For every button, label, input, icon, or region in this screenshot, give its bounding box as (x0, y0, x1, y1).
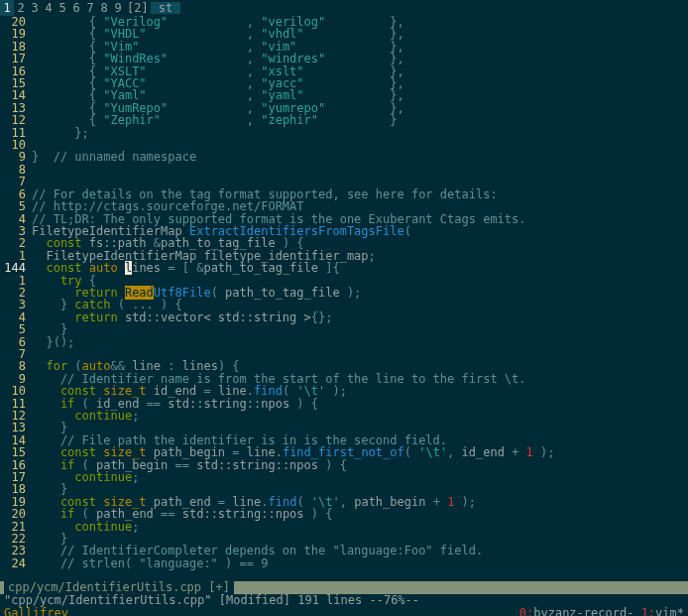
line-number: 6 (0, 336, 32, 348)
workspace-3[interactable]: 3 (28, 0, 42, 16)
line-number: 2 (0, 237, 32, 249)
code-line[interactable]: 144 const auto lines = [ &path_to_tag_fi… (0, 262, 688, 274)
workspace-9[interactable]: 9 (111, 0, 125, 16)
tabline[interactable]: cpp/ycm/IdentifierUtils.cpp [+] (0, 581, 688, 594)
line-number: 1 (0, 275, 32, 287)
line-number: 144 (0, 262, 32, 274)
line-number: 3 (0, 225, 32, 237)
line-number: 23 (0, 545, 32, 556)
workspace-1[interactable]: 1 (0, 0, 14, 16)
line-number: 3 (0, 299, 32, 310)
line-number: 10 (0, 139, 32, 151)
code-line[interactable]: 21 continue; (0, 521, 688, 533)
line-number: 4 (0, 213, 32, 225)
code-line[interactable]: 24 // strlen( "language:" ) == 9 (0, 557, 688, 569)
line-number: 12 (0, 114, 32, 126)
line-number: 10 (0, 385, 32, 397)
code-line[interactable]: 12 continue; (0, 410, 688, 422)
line-number: 7 (0, 348, 32, 360)
tmux-host: Gallifrey (4, 607, 68, 616)
editor-viewport[interactable]: 20 { "Verilog" , "verilog" },19 { "VHDL"… (0, 16, 688, 581)
line-number: 18 (0, 483, 32, 495)
line-number: 8 (0, 164, 32, 176)
line-number: 6 (0, 188, 32, 200)
workspace-7[interactable]: 7 (83, 0, 97, 16)
line-number: 15 (0, 446, 32, 458)
line-number: 14 (0, 89, 32, 101)
line-number: 2 (0, 287, 32, 299)
workspace-bar: 1 2 3 4 5 6 7 8 9 [2] st (0, 0, 688, 16)
workspace-8[interactable]: 8 (97, 0, 111, 16)
tabline-file[interactable]: cpp/ycm/IdentifierUtils.cpp [+] (4, 581, 234, 593)
window-title: st (151, 2, 180, 14)
workspace-6[interactable]: 6 (69, 0, 83, 16)
code-line[interactable]: 6 }(); (0, 336, 688, 348)
code-line[interactable]: 12 { "Zephir" , "zephir" } (0, 114, 688, 126)
code-content: return std::vector< std::string >{}; (32, 311, 332, 323)
line-number: 24 (0, 557, 32, 569)
code-line[interactable]: 11 }; (0, 127, 688, 139)
line-number: 20 (0, 508, 32, 520)
code-content: } // unnamed namespace (32, 151, 196, 163)
code-line[interactable]: 4 return std::vector< std::string >{}; (0, 311, 688, 323)
code-content: }; (32, 127, 89, 139)
code-line[interactable]: 8 (0, 164, 688, 176)
code-line[interactable]: 17 continue; (0, 471, 688, 483)
code-content: // strlen( "language:" ) == 9 (32, 557, 268, 569)
line-number: 19 (0, 28, 32, 40)
line-number: 13 (0, 422, 32, 433)
tmux-status-line: Gallifrey 0:byzanz-record- 1:vim* (0, 607, 688, 616)
line-number: 8 (0, 360, 32, 372)
code-content: }(); (32, 336, 74, 348)
line-number: 9 (0, 151, 32, 163)
workspace-4[interactable]: 4 (42, 0, 56, 16)
workspace-2[interactable]: 2 (14, 0, 28, 16)
line-number: 5 (0, 323, 32, 335)
workspace-5[interactable]: 5 (56, 0, 69, 16)
code-line[interactable]: 5 } (0, 323, 688, 335)
line-number: 4 (0, 311, 32, 323)
tmux-windows: 0:byzanz-record- 1:vim* (519, 607, 684, 616)
line-number: 5 (0, 200, 32, 212)
line-number: 7 (0, 176, 32, 187)
code-line[interactable]: 9} // unnamed namespace (0, 151, 688, 163)
status-line: "cpp/ycm/IdentifierUtils.cpp" [Modified]… (0, 594, 688, 607)
line-number: 17 (0, 53, 32, 64)
workspace-layout-indicator: [2] (125, 0, 151, 16)
